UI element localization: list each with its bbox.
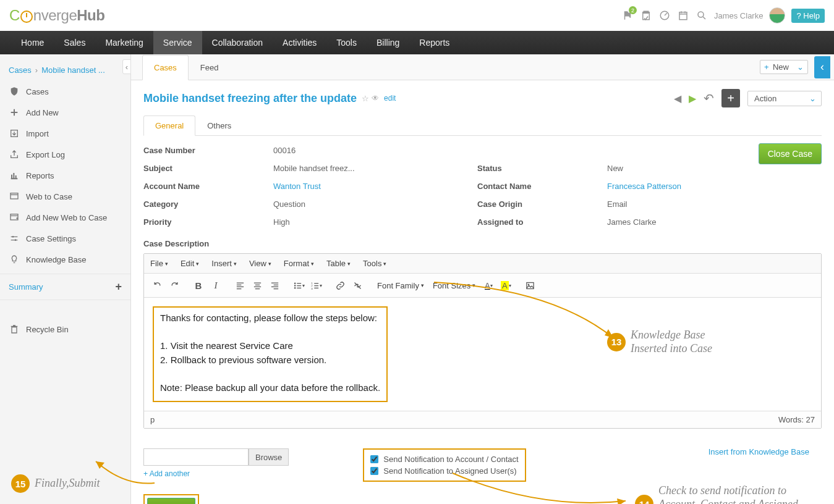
bullet-list-icon[interactable]: ▾ bbox=[291, 277, 307, 293]
font-size-dropdown[interactable]: Font Sizes ▾ bbox=[429, 279, 479, 293]
action-dropdown[interactable]: Action ⌄ bbox=[747, 91, 822, 106]
tab-cases[interactable]: Cases bbox=[142, 55, 189, 80]
sidebar-item-label: Add New Web to Case bbox=[26, 213, 107, 222]
redo-icon[interactable] bbox=[166, 277, 182, 293]
sidebar-collapse-icon[interactable]: ‹ bbox=[122, 59, 131, 74]
clipboard-icon[interactable] bbox=[640, 9, 652, 22]
editor-menu-file[interactable]: File ▾ bbox=[144, 254, 174, 273]
bg-color-icon[interactable]: A ▾ bbox=[498, 277, 514, 293]
sidebar-item-export-log[interactable]: Export Log bbox=[0, 144, 130, 165]
field-value-category: Question bbox=[273, 200, 471, 209]
browse-button[interactable]: Browse bbox=[249, 448, 289, 466]
sidebar-item-add-new[interactable]: Add New bbox=[0, 102, 130, 123]
search-icon[interactable] bbox=[696, 9, 708, 22]
subtab-others[interactable]: Others bbox=[195, 116, 243, 136]
checkbox[interactable] bbox=[370, 455, 378, 463]
attachments-notifications: Browse + Add another Send Notification t… bbox=[131, 441, 834, 494]
flag-icon[interactable]: 2 bbox=[621, 9, 634, 22]
image-icon[interactable] bbox=[522, 277, 538, 293]
description-label: Case Description bbox=[143, 239, 822, 248]
avatar[interactable] bbox=[769, 7, 785, 23]
prev-record-icon[interactable]: ◀ bbox=[674, 93, 681, 104]
sidebar-item-recycle[interactable]: Recycle Bin bbox=[0, 319, 130, 340]
export-icon bbox=[9, 149, 20, 160]
editor-menu-format[interactable]: Format ▾ bbox=[278, 254, 320, 273]
mainnav-item-marketing[interactable]: Marketing bbox=[95, 31, 153, 54]
submit-button[interactable]: Submit bbox=[147, 498, 195, 504]
subtab-general[interactable]: General bbox=[143, 116, 195, 136]
add-another-link[interactable]: + Add another bbox=[143, 469, 289, 478]
undo-icon[interactable] bbox=[149, 277, 165, 293]
field-value-contact[interactable]: Francesca Patterson bbox=[607, 182, 822, 191]
editor-body[interactable]: Thanks for contacting, please follow the… bbox=[144, 298, 821, 411]
editor-menu-tools[interactable]: Tools ▾ bbox=[357, 254, 393, 273]
sidebar-item-knowledge-base[interactable]: Knowledge Base bbox=[0, 249, 130, 270]
star-icon[interactable]: ☆ bbox=[362, 94, 369, 103]
notify-account-checkbox[interactable]: Send Notification to Account / Contact bbox=[370, 453, 518, 465]
gauge-icon[interactable] bbox=[658, 9, 671, 22]
next-record-icon[interactable]: ▶ bbox=[689, 93, 696, 104]
sidebar-item-label: Import bbox=[26, 129, 49, 138]
sidebar-item-import[interactable]: Import bbox=[0, 123, 130, 144]
content-tabs-row: CasesFeed + New ⌄ ‹ bbox=[131, 54, 834, 80]
field-value-account[interactable]: Wanton Trust bbox=[273, 182, 471, 191]
close-case-button[interactable]: Close Case bbox=[759, 143, 822, 164]
font-family-dropdown[interactable]: Font Family ▾ bbox=[373, 279, 428, 293]
add-button[interactable]: + bbox=[721, 89, 740, 107]
align-right-icon[interactable] bbox=[266, 277, 283, 293]
undo-icon[interactable]: ↶ bbox=[704, 91, 714, 106]
sidebar-item-web-to-case[interactable]: Web to Case bbox=[0, 186, 130, 207]
field-label-priority: Priority bbox=[143, 217, 267, 227]
breadcrumb-current[interactable]: Mobile handset ... bbox=[41, 65, 105, 75]
plus-icon[interactable]: + bbox=[115, 280, 122, 293]
new-dropdown[interactable]: + New ⌄ bbox=[760, 60, 808, 74]
align-left-icon[interactable] bbox=[232, 277, 248, 293]
breadcrumb-root[interactable]: Cases bbox=[9, 65, 32, 75]
sidebar-item-cases[interactable]: Cases bbox=[0, 81, 130, 102]
mainnav-item-home[interactable]: Home bbox=[11, 31, 54, 54]
editor-line: 1. Visit the nearest Service Care bbox=[160, 339, 380, 353]
file-input[interactable] bbox=[143, 448, 249, 466]
sidebar-item-case-settings[interactable]: Case Settings bbox=[0, 228, 130, 249]
text-color-icon[interactable]: A ▾ bbox=[480, 277, 496, 293]
link-icon[interactable] bbox=[332, 277, 348, 293]
mainnav-item-reports[interactable]: Reports bbox=[409, 31, 459, 54]
tab-feed[interactable]: Feed bbox=[189, 55, 231, 80]
sidebar-item-reports[interactable]: Reports bbox=[0, 165, 130, 186]
svg-point-10 bbox=[294, 287, 296, 289]
mainnav-item-billing[interactable]: Billing bbox=[367, 31, 409, 54]
chevron-down-icon: ⌄ bbox=[797, 62, 804, 72]
mainnav-item-collaboration[interactable]: Collaboration bbox=[202, 31, 273, 54]
italic-icon[interactable]: I bbox=[208, 277, 224, 293]
align-center-icon[interactable] bbox=[249, 277, 265, 293]
svg-point-7 bbox=[15, 239, 17, 241]
sidebar-summary[interactable]: Summary + bbox=[0, 274, 130, 300]
sidebar-item-add-new-web-to-case[interactable]: Add New Web to Case bbox=[0, 207, 130, 228]
editor-menubar: File ▾Edit ▾Insert ▾View ▾Format ▾Table … bbox=[144, 254, 821, 274]
svg-rect-1 bbox=[679, 12, 687, 20]
edit-link[interactable]: edit bbox=[384, 94, 396, 103]
editor-menu-edit[interactable]: Edit ▾ bbox=[174, 254, 205, 273]
field-label-assigned: Assigned to bbox=[477, 217, 601, 227]
mainnav-item-activities[interactable]: Activities bbox=[273, 31, 326, 54]
panel-reveal-button[interactable]: ‹ bbox=[814, 56, 830, 78]
unlink-icon[interactable] bbox=[349, 277, 365, 293]
editor-menu-insert[interactable]: Insert ▾ bbox=[205, 254, 243, 273]
help-button[interactable]: ? Help bbox=[791, 9, 825, 23]
checkbox[interactable] bbox=[370, 467, 378, 475]
subtabs: GeneralOthers bbox=[143, 115, 822, 136]
notify-assigned-checkbox[interactable]: Send Notification to Assigned User(s) bbox=[370, 465, 518, 477]
logo-letter-c: C bbox=[9, 7, 20, 23]
editor-menu-table[interactable]: Table ▾ bbox=[320, 254, 357, 273]
insert-kb-link[interactable]: Insert from Knowledge Base bbox=[708, 447, 809, 456]
number-list-icon[interactable]: 123▾ bbox=[308, 277, 324, 293]
mainnav-item-tools[interactable]: Tools bbox=[326, 31, 367, 54]
watch-icon[interactable]: 👁 bbox=[372, 94, 379, 103]
logo[interactable]: CnvergeHub bbox=[9, 7, 104, 24]
calendar-icon[interactable] bbox=[677, 9, 689, 22]
mainnav-item-sales[interactable]: Sales bbox=[54, 31, 95, 54]
username-label[interactable]: James Clarke bbox=[714, 11, 763, 20]
mainnav-item-service[interactable]: Service bbox=[153, 31, 202, 54]
editor-menu-view[interactable]: View ▾ bbox=[243, 254, 278, 273]
bold-icon[interactable]: B bbox=[190, 277, 206, 293]
